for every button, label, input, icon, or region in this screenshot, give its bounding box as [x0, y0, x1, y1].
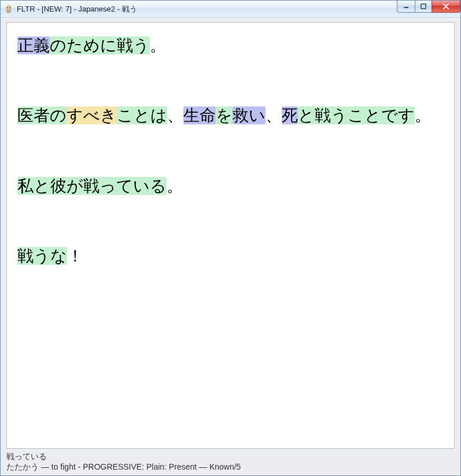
sentence: 正義のために戦う。: [17, 33, 444, 58]
word-token[interactable]: 正義: [17, 36, 50, 54]
word-token[interactable]: ことは: [117, 106, 167, 124]
window-title: FLTR - [NEW: 7] - Japanese2 - 戦う: [17, 4, 397, 14]
status-term: 戦っている: [6, 452, 455, 462]
svg-rect-5: [421, 4, 426, 9]
reading-pane[interactable]: 正義のために戦う。医者のすべきことは、生命を救い、死と戦うことです。私と彼が戦っ…: [6, 22, 455, 449]
word-token[interactable]: のために: [50, 36, 117, 54]
word-token[interactable]: 私: [17, 177, 34, 195]
word-token[interactable]: な: [50, 247, 67, 265]
sentence: 私と彼が戦っている。: [17, 174, 444, 198]
word-token[interactable]: が: [67, 177, 83, 195]
word-token[interactable]: の: [50, 106, 67, 124]
svg-rect-1: [7, 10, 10, 13]
window-controls: [397, 1, 460, 12]
word-token[interactable]: 。: [415, 106, 431, 124]
word-token[interactable]: を: [216, 106, 233, 124]
word-token[interactable]: 戦っている: [83, 177, 167, 195]
close-button[interactable]: [432, 1, 460, 13]
word-token[interactable]: 。: [150, 36, 166, 54]
word-token[interactable]: 、: [167, 106, 183, 124]
word-token[interactable]: 死: [282, 106, 298, 124]
word-token[interactable]: すべき: [67, 106, 117, 124]
svg-point-3: [9, 7, 10, 8]
app-window: FLTR - [NEW: 7] - Japanese2 - 戦う 正義のために戦…: [0, 0, 461, 476]
word-token[interactable]: ことです: [348, 106, 415, 124]
minimize-button[interactable]: [397, 1, 415, 13]
client-area: 正義のために戦う。医者のすべきことは、生命を救い、死と戦うことです。私と彼が戦っ…: [1, 18, 460, 475]
word-token[interactable]: 生命: [183, 106, 216, 124]
word-token[interactable]: 医者: [17, 106, 50, 124]
status-definition: たたかう — to fight - PROGRESSIVE: Plain: Pr…: [6, 462, 455, 473]
word-token[interactable]: 戦う: [315, 106, 348, 124]
word-token[interactable]: 。: [167, 177, 183, 195]
word-token[interactable]: ！: [67, 247, 83, 265]
word-token[interactable]: 戦う: [17, 247, 50, 265]
word-token[interactable]: と: [34, 177, 50, 195]
sentence: 医者のすべきことは、生命を救い、死と戦うことです。: [17, 103, 444, 128]
word-token[interactable]: 彼: [50, 177, 67, 195]
word-token[interactable]: 救い: [233, 106, 265, 124]
sentence: 戦うな！: [17, 243, 444, 268]
word-token[interactable]: 戦う: [117, 36, 150, 54]
maximize-button[interactable]: [415, 1, 432, 13]
word-token[interactable]: 、: [265, 106, 282, 124]
status-bar: 戦っている たたかう — to fight - PROGRESSIVE: Pla…: [1, 450, 460, 475]
app-icon: [4, 5, 13, 14]
word-token[interactable]: と: [298, 106, 315, 124]
svg-rect-4: [404, 7, 408, 8]
svg-point-2: [8, 7, 9, 8]
titlebar[interactable]: FLTR - [NEW: 7] - Japanese2 - 戦う: [1, 1, 460, 18]
